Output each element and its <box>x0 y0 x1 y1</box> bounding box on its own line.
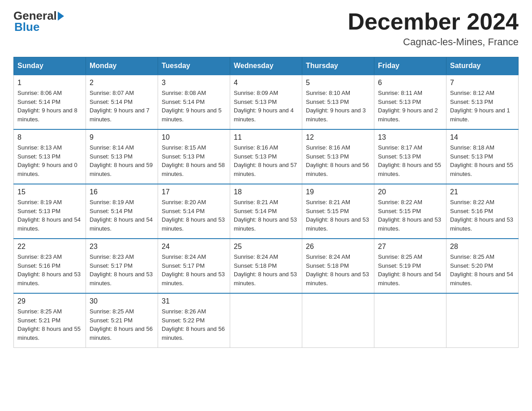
week-row-5: 29 Sunrise: 8:25 AM Sunset: 5:21 PM Dayl… <box>14 293 519 348</box>
day-info: Sunrise: 8:17 AM Sunset: 5:13 PM Dayligh… <box>378 143 442 178</box>
day-info: Sunrise: 8:25 AM Sunset: 5:20 PM Dayligh… <box>450 253 515 287</box>
day-number: 28 <box>450 243 515 251</box>
location-title: Cagnac-les-Mines, France <box>348 36 519 48</box>
week-row-3: 15 Sunrise: 8:19 AM Sunset: 5:13 PM Dayl… <box>14 184 519 239</box>
table-row: 17 Sunrise: 8:20 AM Sunset: 5:14 PM Dayl… <box>158 184 230 239</box>
table-row: 19 Sunrise: 8:21 AM Sunset: 5:15 PM Dayl… <box>302 184 374 239</box>
day-number: 1 <box>17 79 82 87</box>
day-number: 3 <box>162 79 226 87</box>
day-info: Sunrise: 8:26 AM Sunset: 5:22 PM Dayligh… <box>162 307 226 342</box>
day-info: Sunrise: 8:25 AM Sunset: 5:21 PM Dayligh… <box>17 307 82 342</box>
table-row: 15 Sunrise: 8:19 AM Sunset: 5:13 PM Dayl… <box>14 184 86 239</box>
col-sunday: Sunday <box>14 57 86 75</box>
day-info: Sunrise: 8:16 AM Sunset: 5:13 PM Dayligh… <box>234 143 298 178</box>
day-info: Sunrise: 8:22 AM Sunset: 5:16 PM Dayligh… <box>450 198 515 233</box>
day-number: 4 <box>234 79 298 87</box>
day-number: 10 <box>162 133 226 141</box>
day-info: Sunrise: 8:25 AM Sunset: 5:21 PM Dayligh… <box>90 307 154 342</box>
day-number: 11 <box>234 133 298 141</box>
day-info: Sunrise: 8:21 AM Sunset: 5:14 PM Dayligh… <box>234 198 298 233</box>
day-info: Sunrise: 8:06 AM Sunset: 5:14 PM Dayligh… <box>17 89 82 124</box>
day-number: 5 <box>306 79 370 87</box>
day-number: 21 <box>450 188 515 196</box>
week-row-4: 22 Sunrise: 8:23 AM Sunset: 5:16 PM Dayl… <box>14 239 519 293</box>
table-row: 1 Sunrise: 8:06 AM Sunset: 5:14 PM Dayli… <box>14 75 86 129</box>
day-number: 14 <box>450 133 515 141</box>
table-row <box>302 293 374 348</box>
day-number: 15 <box>17 188 82 196</box>
day-info: Sunrise: 8:20 AM Sunset: 5:14 PM Dayligh… <box>162 198 226 233</box>
day-info: Sunrise: 8:24 AM Sunset: 5:18 PM Dayligh… <box>234 253 298 287</box>
table-row: 29 Sunrise: 8:25 AM Sunset: 5:21 PM Dayl… <box>14 293 86 348</box>
table-row: 5 Sunrise: 8:10 AM Sunset: 5:13 PM Dayli… <box>302 75 374 129</box>
day-number: 23 <box>90 243 154 251</box>
table-row: 9 Sunrise: 8:14 AM Sunset: 5:13 PM Dayli… <box>86 129 158 184</box>
table-row: 26 Sunrise: 8:24 AM Sunset: 5:18 PM Dayl… <box>302 239 374 293</box>
table-row <box>230 293 302 348</box>
day-info: Sunrise: 8:23 AM Sunset: 5:17 PM Dayligh… <box>90 253 154 287</box>
day-info: Sunrise: 8:14 AM Sunset: 5:13 PM Dayligh… <box>90 143 154 178</box>
table-row: 22 Sunrise: 8:23 AM Sunset: 5:16 PM Dayl… <box>14 239 86 293</box>
day-info: Sunrise: 8:16 AM Sunset: 5:13 PM Dayligh… <box>306 143 370 178</box>
day-number: 13 <box>378 133 442 141</box>
table-row <box>446 293 519 348</box>
table-row: 25 Sunrise: 8:24 AM Sunset: 5:18 PM Dayl… <box>230 239 302 293</box>
table-row <box>374 293 446 348</box>
logo: General Blue <box>13 9 64 34</box>
table-row: 3 Sunrise: 8:08 AM Sunset: 5:14 PM Dayli… <box>158 75 230 129</box>
calendar-table: Sunday Monday Tuesday Wednesday Thursday… <box>13 57 519 348</box>
table-row: 7 Sunrise: 8:12 AM Sunset: 5:13 PM Dayli… <box>446 75 519 129</box>
day-number: 24 <box>162 243 226 251</box>
day-info: Sunrise: 8:23 AM Sunset: 5:16 PM Dayligh… <box>17 253 82 287</box>
day-info: Sunrise: 8:22 AM Sunset: 5:15 PM Dayligh… <box>378 198 442 233</box>
col-monday: Monday <box>86 57 158 75</box>
day-info: Sunrise: 8:09 AM Sunset: 5:13 PM Dayligh… <box>234 89 298 124</box>
table-row: 8 Sunrise: 8:13 AM Sunset: 5:13 PM Dayli… <box>14 129 86 184</box>
table-row: 20 Sunrise: 8:22 AM Sunset: 5:15 PM Dayl… <box>374 184 446 239</box>
day-info: Sunrise: 8:19 AM Sunset: 5:14 PM Dayligh… <box>90 198 154 233</box>
table-row: 13 Sunrise: 8:17 AM Sunset: 5:13 PM Dayl… <box>374 129 446 184</box>
calendar-header-row: Sunday Monday Tuesday Wednesday Thursday… <box>14 57 519 75</box>
day-number: 6 <box>378 79 442 87</box>
month-title: December 2024 <box>348 9 519 34</box>
day-info: Sunrise: 8:08 AM Sunset: 5:14 PM Dayligh… <box>162 89 226 124</box>
day-info: Sunrise: 8:24 AM Sunset: 5:18 PM Dayligh… <box>306 253 370 287</box>
col-tuesday: Tuesday <box>158 57 230 75</box>
table-row: 12 Sunrise: 8:16 AM Sunset: 5:13 PM Dayl… <box>302 129 374 184</box>
day-info: Sunrise: 8:21 AM Sunset: 5:15 PM Dayligh… <box>306 198 370 233</box>
day-info: Sunrise: 8:18 AM Sunset: 5:13 PM Dayligh… <box>450 143 515 178</box>
day-number: 8 <box>17 133 82 141</box>
table-row: 18 Sunrise: 8:21 AM Sunset: 5:14 PM Dayl… <box>230 184 302 239</box>
day-number: 29 <box>17 297 82 305</box>
week-row-2: 8 Sunrise: 8:13 AM Sunset: 5:13 PM Dayli… <box>14 129 519 184</box>
table-row: 27 Sunrise: 8:25 AM Sunset: 5:19 PM Dayl… <box>374 239 446 293</box>
page-header: General Blue December 2024 Cagnac-les-Mi… <box>13 9 519 48</box>
day-info: Sunrise: 8:10 AM Sunset: 5:13 PM Dayligh… <box>306 89 370 124</box>
day-number: 30 <box>90 297 154 305</box>
day-info: Sunrise: 8:12 AM Sunset: 5:13 PM Dayligh… <box>450 89 515 124</box>
table-row: 11 Sunrise: 8:16 AM Sunset: 5:13 PM Dayl… <box>230 129 302 184</box>
day-info: Sunrise: 8:24 AM Sunset: 5:17 PM Dayligh… <box>162 253 226 287</box>
day-number: 25 <box>234 243 298 251</box>
day-number: 26 <box>306 243 370 251</box>
day-info: Sunrise: 8:13 AM Sunset: 5:13 PM Dayligh… <box>17 143 82 178</box>
table-row: 23 Sunrise: 8:23 AM Sunset: 5:17 PM Dayl… <box>86 239 158 293</box>
table-row: 24 Sunrise: 8:24 AM Sunset: 5:17 PM Dayl… <box>158 239 230 293</box>
col-friday: Friday <box>374 57 446 75</box>
day-info: Sunrise: 8:19 AM Sunset: 5:13 PM Dayligh… <box>17 198 82 233</box>
table-row: 31 Sunrise: 8:26 AM Sunset: 5:22 PM Dayl… <box>158 293 230 348</box>
day-number: 7 <box>450 79 515 87</box>
table-row: 6 Sunrise: 8:11 AM Sunset: 5:13 PM Dayli… <box>374 75 446 129</box>
day-number: 18 <box>234 188 298 196</box>
table-row: 4 Sunrise: 8:09 AM Sunset: 5:13 PM Dayli… <box>230 75 302 129</box>
day-info: Sunrise: 8:11 AM Sunset: 5:13 PM Dayligh… <box>378 89 442 124</box>
table-row: 2 Sunrise: 8:07 AM Sunset: 5:14 PM Dayli… <box>86 75 158 129</box>
day-number: 19 <box>306 188 370 196</box>
day-number: 22 <box>17 243 82 251</box>
day-number: 31 <box>162 297 226 305</box>
table-row: 14 Sunrise: 8:18 AM Sunset: 5:13 PM Dayl… <box>446 129 519 184</box>
day-info: Sunrise: 8:15 AM Sunset: 5:13 PM Dayligh… <box>162 143 226 178</box>
col-wednesday: Wednesday <box>230 57 302 75</box>
table-row: 21 Sunrise: 8:22 AM Sunset: 5:16 PM Dayl… <box>446 184 519 239</box>
day-number: 27 <box>378 243 442 251</box>
